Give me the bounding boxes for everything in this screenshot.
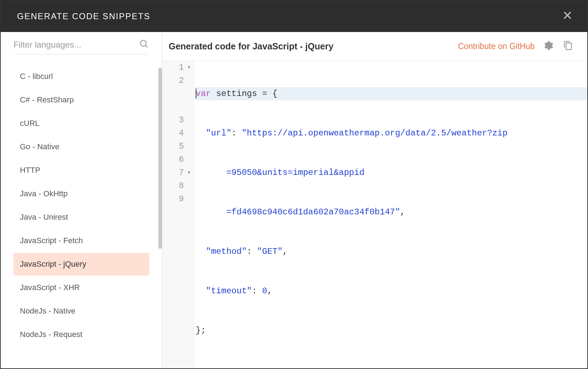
sidebar-scrollbar[interactable] (158, 68, 162, 252)
line-number: 2 (162, 74, 191, 87)
code-snippet-modal: GENERATE CODE SNIPPETS C - libcurl C# - … (1, 1, 587, 368)
line-spacer (162, 100, 191, 113)
code-line: =95050&units=imperial&appid (196, 166, 587, 179)
content-header: Generated code for JavaScript - jQuery C… (162, 32, 587, 60)
language-item-curl[interactable]: cURL (13, 112, 149, 135)
gutter: 1▼ 2 3 4 5 6 7▼ 8 9 (162, 61, 194, 368)
line-number: 9 (162, 192, 191, 205)
code-area[interactable]: var settings = { "url": "https://api.ope… (194, 61, 587, 368)
contribute-github-link[interactable]: Contribute on GitHub (458, 42, 535, 51)
line-number: 7▼ (162, 166, 191, 179)
svg-line-3 (146, 46, 148, 48)
code-line: =fd4698c940c6d1da602a70ac34f0b147", (196, 205, 587, 219)
fold-marker-icon[interactable]: ▼ (188, 166, 190, 179)
line-number: 6 (162, 153, 191, 166)
generated-code-title: Generated code for JavaScript - jQuery (169, 41, 451, 52)
filter-input[interactable] (13, 40, 135, 50)
language-item-java-okhttp[interactable]: Java - OkHttp (13, 182, 149, 205)
filter-wrap (13, 39, 149, 54)
svg-point-2 (141, 41, 146, 46)
language-list: C - libcurl C# - RestSharp cURL Go - Nat… (13, 65, 149, 347)
scrollbar-thumb[interactable] (158, 68, 162, 249)
code-line: var settings = { (196, 87, 587, 100)
code-line: "timeout": 0, (196, 284, 587, 298)
line-number: 3 (162, 113, 191, 127)
text-cursor (196, 89, 196, 98)
language-item-go-native[interactable]: Go - Native (13, 135, 149, 158)
language-item-nodejs-request[interactable]: NodeJs - Request (13, 323, 149, 346)
line-spacer (162, 87, 191, 100)
language-item-javascript-xhr[interactable]: JavaScript - XHR (13, 276, 149, 299)
line-number: 5 (162, 140, 191, 153)
close-button[interactable] (560, 9, 575, 23)
language-item-csharp-restsharp[interactable]: C# - RestSharp (13, 89, 149, 111)
code-line: "method": "GET", (196, 245, 587, 258)
copy-icon (563, 41, 573, 52)
line-number: 8 (162, 179, 191, 192)
language-item-java-unirest[interactable]: Java - Unirest (13, 206, 149, 229)
code-line (196, 363, 587, 368)
language-sidebar: C - libcurl C# - RestSharp cURL Go - Nat… (1, 32, 162, 368)
close-icon (562, 10, 572, 23)
language-item-http[interactable]: HTTP (13, 159, 149, 182)
copy-button[interactable] (562, 40, 575, 53)
gear-icon (543, 41, 553, 52)
settings-button[interactable] (542, 40, 555, 53)
language-item-javascript-jquery[interactable]: JavaScript - jQuery (13, 253, 149, 276)
modal-body: C - libcurl C# - RestSharp cURL Go - Nat… (1, 32, 587, 368)
code-editor[interactable]: 1▼ 2 3 4 5 6 7▼ 8 9 var settings = { "ur… (162, 60, 587, 368)
fold-marker-icon[interactable]: ▼ (188, 61, 190, 74)
code-line: "url": "https://api.openweathermap.org/d… (196, 127, 587, 140)
language-item-javascript-fetch[interactable]: JavaScript - Fetch (13, 229, 149, 252)
content-panel: Generated code for JavaScript - jQuery C… (162, 32, 587, 368)
code-line: }; (196, 324, 587, 337)
modal-title: GENERATE CODE SNIPPETS (17, 11, 151, 21)
language-item-c-libcurl[interactable]: C - libcurl (13, 65, 149, 88)
search-icon (139, 39, 149, 50)
line-number: 4 (162, 127, 191, 140)
line-number: 1▼ (162, 61, 191, 74)
modal-header: GENERATE CODE SNIPPETS (1, 1, 587, 32)
language-item-nodejs-native[interactable]: NodeJs - Native (13, 300, 149, 322)
